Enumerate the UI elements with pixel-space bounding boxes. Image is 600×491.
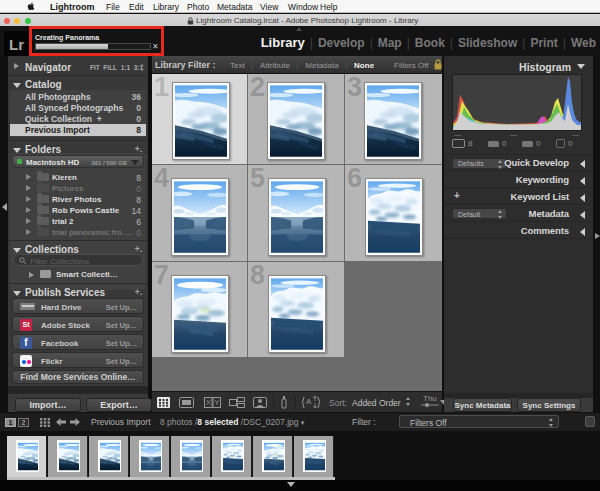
- svg-text:A: A: [306, 397, 312, 406]
- svg-text:Y: Y: [215, 399, 220, 406]
- svg-text:X: X: [206, 399, 211, 406]
